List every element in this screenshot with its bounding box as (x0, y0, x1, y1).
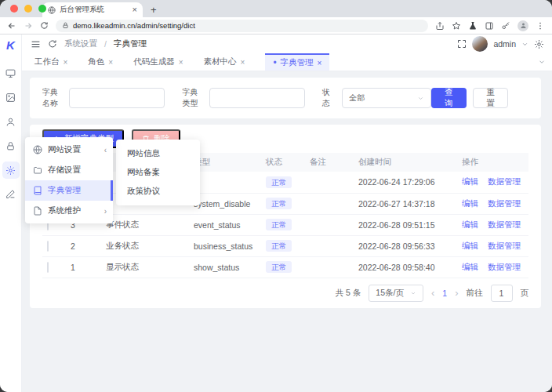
table-row: 3 事件状态 event_status 正常 2022-06-28 09:51:… (42, 214, 528, 235)
search-button[interactable]: 查询 (431, 88, 467, 108)
menu-item-dict-management[interactable]: 字典管理 (25, 180, 113, 201)
data-manage-link[interactable]: 数据管理 (488, 262, 521, 271)
prev-page-icon[interactable]: ‹ (431, 287, 434, 299)
user-avatar[interactable] (472, 36, 488, 52)
submenu-item-website-info[interactable]: 网站信息 (116, 144, 200, 163)
total-count: 共 5 条 (336, 288, 361, 299)
user-chevron-down-icon[interactable] (521, 41, 528, 48)
tab-dict-management[interactable]: • 字典管理 × (265, 53, 329, 71)
current-page[interactable]: 1 (442, 289, 447, 298)
data-manage-link[interactable]: 数据管理 (488, 220, 521, 229)
menu-item-system-maintenance[interactable]: 系统维护 › (25, 201, 113, 221)
reset-button[interactable]: 重置 (473, 88, 508, 108)
tabs-dropdown-chevron-icon[interactable] (538, 53, 552, 71)
next-page-icon[interactable]: › (455, 287, 458, 299)
username-label[interactable]: admin (493, 39, 516, 49)
row-checkbox[interactable] (47, 262, 49, 273)
table-row: system_disable 正常 2022-06-27 14:37:18 编辑… (42, 193, 528, 214)
user-icon[interactable] (2, 110, 20, 134)
tab-close-icon[interactable]: × (241, 58, 245, 67)
menu-item-website-settings[interactable]: 网站设置 ‹ (25, 140, 113, 160)
tab-role[interactable]: 角色 × (88, 53, 113, 71)
reload-icon[interactable] (40, 21, 49, 30)
tab-close-icon[interactable]: × (64, 58, 68, 67)
row-checkbox[interactable] (47, 241, 49, 252)
url-text: demo.likeadmin.cn/admin/setting/dict (73, 21, 195, 30)
data-manage-link[interactable]: 数据管理 (488, 176, 521, 186)
filter-type-group: 字典类型 (182, 87, 304, 109)
forward-icon[interactable] (24, 21, 33, 31)
dict-name-input[interactable] (69, 88, 165, 108)
tab-material-center[interactable]: 素材中心 × (204, 53, 245, 71)
page-content: 字典名称 字典类型 状态 全部 (22, 71, 552, 392)
menu-item-storage-settings[interactable]: 存储设置 (25, 160, 113, 180)
chevron-left-icon: ‹ (104, 146, 107, 154)
status-badge: 正常 (266, 198, 292, 209)
tab-close-icon[interactable]: × (108, 58, 113, 67)
header-actions: 操作 (457, 153, 528, 172)
browser-toolbar: demo.likeadmin.cn/admin/setting/dict (0, 17, 552, 34)
dict-type-input[interactable] (209, 88, 305, 108)
browser-tab[interactable]: 后台管理系统 × (42, 2, 143, 17)
browser-window: 后台管理系统 × + demo.likeadmin.cn/admin/setti… (0, 0, 552, 392)
back-icon[interactable] (7, 21, 16, 31)
table-row: 正常 2022-06-24 17:29:06 编辑 数据管理 删除 (42, 172, 528, 193)
cell-created: 2022-06-28 09:56:33 (354, 235, 457, 256)
tab-label: 代码生成器 (133, 56, 175, 67)
table-row: 2 业务状态 business_status 正常 2022-06-28 09:… (42, 235, 528, 256)
tab-close-icon[interactable]: × (133, 5, 137, 14)
layout-settings-gear-icon[interactable] (534, 39, 544, 49)
breadcrumb-root[interactable]: 系统设置 (64, 38, 97, 49)
address-bar[interactable]: demo.likeadmin.cn/admin/setting/dict (56, 20, 428, 32)
dev-pen-icon[interactable] (2, 182, 20, 206)
edit-link[interactable]: 编辑 (462, 176, 478, 186)
tab-close-icon[interactable]: × (318, 59, 322, 67)
close-window-button[interactable] (10, 5, 18, 13)
share-icon[interactable] (435, 21, 445, 31)
new-tab-button[interactable]: + (151, 5, 157, 15)
pagination: 共 5 条 15条/页 ‹ 1 › 前往 页 (42, 278, 528, 308)
folder-icon (33, 165, 42, 175)
submenu-item-policy-agreement[interactable]: 政策协议 (116, 182, 200, 201)
workbench-icon[interactable] (2, 61, 20, 85)
data-manage-link[interactable]: 数据管理 (488, 241, 521, 250)
password-key-icon[interactable] (501, 21, 510, 31)
collapse-menu-icon[interactable] (31, 39, 41, 49)
table-header-row: 类型 状态 备注 创建时间 操作 (42, 153, 528, 172)
app-logo[interactable]: K (6, 38, 15, 52)
zoom-window-button[interactable] (38, 5, 46, 13)
menu-item-label: 字典管理 (48, 185, 81, 196)
material-image-icon[interactable] (2, 85, 20, 110)
edit-link[interactable]: 编辑 (462, 198, 478, 208)
header-created: 创建时间 (354, 153, 457, 172)
edit-link[interactable]: 编辑 (462, 220, 478, 229)
edit-link[interactable]: 编辑 (462, 262, 478, 271)
edit-link[interactable]: 编辑 (462, 241, 478, 250)
cell-remark (305, 193, 354, 214)
fullscreen-icon[interactable] (457, 39, 467, 49)
page-size-select[interactable]: 15条/页 (369, 285, 423, 302)
permission-lock-icon[interactable] (2, 134, 20, 158)
extension-sidebar-icon[interactable] (485, 21, 494, 31)
browser-profile-avatar[interactable] (518, 20, 528, 31)
bookmark-star-icon[interactable] (452, 21, 461, 31)
minimize-window-button[interactable] (24, 5, 32, 13)
table-row: 1 显示状态 show_status 正常 2022-06-28 09:58:4… (42, 256, 528, 278)
submenu-item-website-icp[interactable]: 网站备案 (116, 163, 200, 182)
tab-label: 素材中心 (204, 56, 237, 67)
status-badge: 正常 (266, 240, 292, 252)
goto-page-input[interactable] (491, 285, 513, 302)
chevron-right-icon: › (104, 207, 107, 216)
extension-flask-icon[interactable] (468, 21, 478, 31)
browser-menu-icon[interactable] (536, 21, 545, 31)
tab-close-icon[interactable]: × (179, 58, 183, 67)
tab-workbench[interactable]: 工作台 × (34, 53, 67, 71)
tab-code-generator[interactable]: 代码生成器 × (133, 53, 183, 71)
topbar-right: admin (457, 36, 544, 52)
refresh-page-icon[interactable] (48, 39, 57, 49)
status-select[interactable]: 全部 (342, 88, 431, 108)
table-toolbar: 新增字典类型 删除 (42, 129, 528, 148)
settings-gear-icon[interactable] (2, 162, 20, 179)
document-icon (33, 206, 42, 216)
data-manage-link[interactable]: 数据管理 (488, 198, 521, 208)
